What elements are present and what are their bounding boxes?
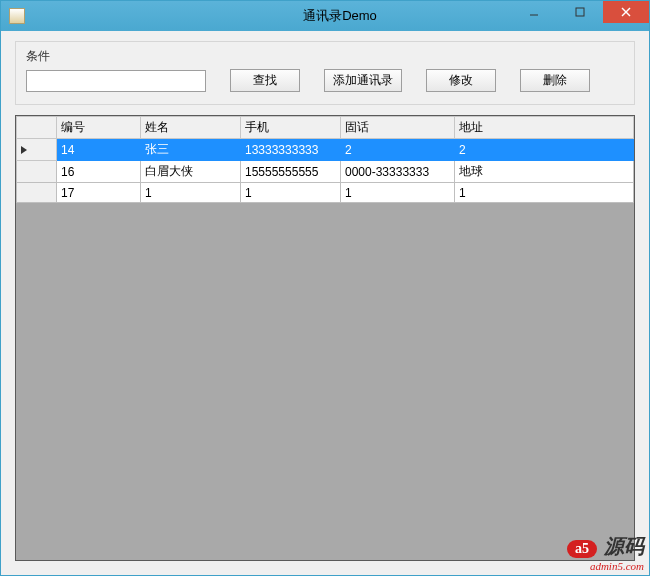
edit-button[interactable]: 修改 bbox=[426, 69, 496, 92]
search-panel: 条件 查找 添加通讯录 修改 删除 bbox=[15, 41, 635, 105]
row-header[interactable] bbox=[17, 161, 57, 183]
table-row[interactable]: 16白眉大侠155555555550000-33333333地球 bbox=[17, 161, 634, 183]
delete-button[interactable]: 删除 bbox=[520, 69, 590, 92]
search-button[interactable]: 查找 bbox=[230, 69, 300, 92]
col-header-addr[interactable]: 地址 bbox=[455, 117, 634, 139]
data-grid[interactable]: 编号 姓名 手机 固话 地址 14张三133333333332216白眉大侠15… bbox=[15, 115, 635, 561]
row-header[interactable] bbox=[17, 183, 57, 203]
cell[interactable]: 地球 bbox=[455, 161, 634, 183]
cell[interactable]: 2 bbox=[341, 139, 455, 161]
cell[interactable]: 1 bbox=[455, 183, 634, 203]
close-button[interactable] bbox=[603, 1, 649, 23]
col-header-mobile[interactable]: 手机 bbox=[241, 117, 341, 139]
cell[interactable]: 15555555555 bbox=[241, 161, 341, 183]
cell[interactable]: 张三 bbox=[141, 139, 241, 161]
row-header-corner[interactable] bbox=[17, 117, 57, 139]
close-icon bbox=[621, 7, 631, 17]
window-controls bbox=[511, 1, 649, 23]
condition-label: 条件 bbox=[26, 48, 624, 65]
grid-header-row: 编号 姓名 手机 固话 地址 bbox=[17, 117, 634, 139]
app-icon bbox=[9, 8, 25, 24]
current-row-indicator-icon bbox=[21, 146, 27, 154]
col-header-id[interactable]: 编号 bbox=[57, 117, 141, 139]
add-contact-button[interactable]: 添加通讯录 bbox=[324, 69, 402, 92]
col-header-tel[interactable]: 固话 bbox=[341, 117, 455, 139]
cell[interactable]: 14 bbox=[57, 139, 141, 161]
cell[interactable]: 17 bbox=[57, 183, 141, 203]
minimize-icon bbox=[529, 7, 539, 17]
search-input[interactable] bbox=[26, 70, 206, 92]
toolbar-row: 查找 添加通讯录 修改 删除 bbox=[26, 69, 624, 92]
cell[interactable]: 白眉大侠 bbox=[141, 161, 241, 183]
app-window: 通讯录Demo 条件 查找 添加通讯录 修改 删除 bbox=[0, 0, 650, 576]
table-row[interactable]: 171111 bbox=[17, 183, 634, 203]
maximize-icon bbox=[575, 7, 585, 17]
cell[interactable]: 0000-33333333 bbox=[341, 161, 455, 183]
cell[interactable]: 1 bbox=[241, 183, 341, 203]
col-header-name[interactable]: 姓名 bbox=[141, 117, 241, 139]
cell[interactable]: 1 bbox=[141, 183, 241, 203]
svg-rect-1 bbox=[576, 8, 584, 16]
titlebar[interactable]: 通讯录Demo bbox=[1, 1, 649, 31]
table-row[interactable]: 14张三1333333333322 bbox=[17, 139, 634, 161]
cell[interactable]: 1 bbox=[341, 183, 455, 203]
minimize-button[interactable] bbox=[511, 1, 557, 23]
cell[interactable]: 16 bbox=[57, 161, 141, 183]
cell[interactable]: 13333333333 bbox=[241, 139, 341, 161]
client-area: 条件 查找 添加通讯录 修改 删除 编号 姓名 手机 bbox=[1, 31, 649, 575]
row-header[interactable] bbox=[17, 139, 57, 161]
cell[interactable]: 2 bbox=[455, 139, 634, 161]
maximize-button[interactable] bbox=[557, 1, 603, 23]
